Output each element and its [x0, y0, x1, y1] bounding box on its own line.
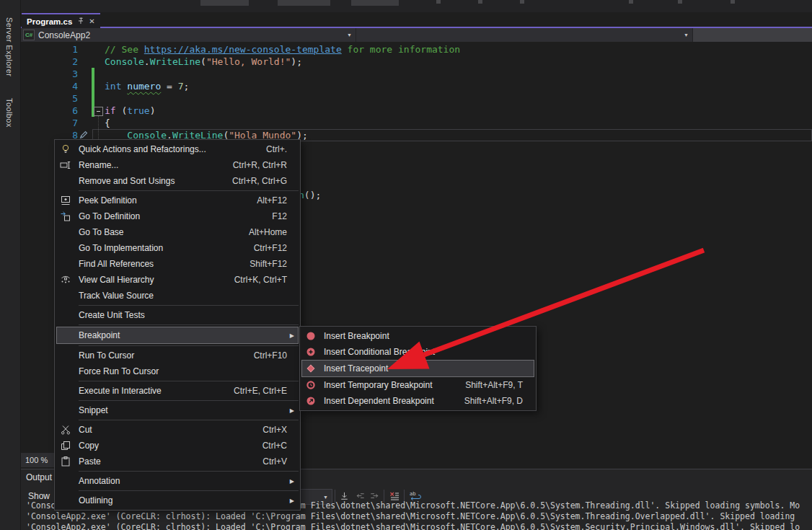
menu-item-outlining[interactable]: Outlining▶ [55, 493, 300, 508]
tab-program-cs[interactable]: Program.cs ✕ [22, 13, 100, 28]
menu-item-label: Find All References [79, 259, 241, 269]
menu-item-label: Create Unit Tests [79, 310, 278, 320]
menu-item-label: Paste [79, 456, 254, 467]
toolbar-remnant-tick [731, 0, 735, 4]
menu-item-insert-temporary-breakpoint[interactable]: Insert Temporary BreakpointShift+Alt+F9,… [300, 377, 536, 393]
menu-item-shortcut: Ctrl+E, Ctrl+E [234, 386, 287, 396]
menu-item-shortcut: Ctrl+R, Ctrl+G [232, 176, 287, 186]
close-icon[interactable]: ✕ [89, 18, 94, 25]
submenu-arrow-icon: ▶ [287, 332, 294, 339]
menu-item-insert-conditional-breakpoint[interactable]: Insert Conditional Breakpoint [300, 344, 536, 360]
menu-item-shortcut: Ctrl+X [262, 425, 287, 435]
menu-item-shortcut: Alt+F12 [257, 195, 287, 206]
menu-item-label: Cut [79, 425, 254, 435]
menu-item-execute-in-interactive[interactable]: Execute in InteractiveCtrl+E, Ctrl+E [55, 383, 300, 399]
line-number: 4 [20, 80, 78, 92]
toolbar-remnant-box [278, 0, 330, 6]
menu-item-label: Rename... [79, 160, 224, 170]
top-toolbar-remnant [0, 0, 812, 12]
collapse-region-icon[interactable] [94, 107, 103, 116]
type-dropdown[interactable]: ▼ [356, 28, 693, 42]
menu-item-insert-dependent-breakpoint[interactable]: Insert Dependent BreakpointShift+Alt+F9,… [300, 393, 536, 409]
line-number: 6 [20, 105, 78, 117]
sidebar-item-server-explorer[interactable]: Server Explorer [5, 17, 14, 76]
menu-item-shortcut: Shift+Alt+F9, T [465, 380, 523, 390]
menu-item-shortcut: Shift+F12 [250, 259, 287, 269]
code-line-6[interactable]: if (true) [105, 105, 155, 117]
menu-item-find-all-references[interactable]: Find All ReferencesShift+F12 [55, 256, 300, 272]
go-to-definition-icon [59, 211, 72, 222]
no-icon [59, 242, 72, 254]
menu-separator [79, 400, 299, 401]
menu-item-go-to-definition[interactable]: Go To DefinitionF12 [55, 208, 300, 224]
menu-item-label: Peek Definition [79, 195, 248, 206]
menu-item-remove-and-sort-usings[interactable]: Remove and Sort UsingsCtrl+R, Ctrl+G [55, 173, 300, 189]
pin-icon[interactable] [76, 17, 84, 26]
lightbulb-icon [59, 143, 72, 155]
breakpoint-icon [304, 330, 317, 342]
menu-item-shortcut: F12 [272, 211, 287, 221]
menu-item-shortcut: Ctrl+. [266, 144, 287, 154]
menu-item-annotation[interactable]: Annotation▶ [55, 473, 300, 489]
code-line-7[interactable]: { [105, 117, 110, 129]
menu-item-label: Track Value Source [79, 291, 278, 301]
menu-item-label: Insert Breakpoint [324, 331, 514, 341]
menu-item-peek-definition[interactable]: Peek DefinitionAlt+F12 [55, 193, 300, 208]
menu-item-snippet[interactable]: Snippet▶ [55, 402, 300, 418]
menu-item-insert-tracepoint[interactable]: Insert Tracepoint [301, 360, 534, 377]
menu-item-cut[interactable]: CutCtrl+X [55, 422, 300, 438]
toolbar-remnant-tick [478, 0, 482, 4]
submenu-arrow-icon: ▶ [287, 407, 294, 414]
project-dropdown[interactable]: C# ConsoleApp2 ▼ [20, 28, 356, 42]
no-icon [59, 385, 72, 397]
line-number: 2 [20, 56, 78, 68]
member-dropdown[interactable] [693, 28, 812, 42]
menu-item-run-to-cursor[interactable]: Run To CursorCtrl+F10 [55, 348, 300, 363]
output-panel-title: Output [26, 472, 52, 482]
sidebar-item-toolbox[interactable]: Toolbox [5, 98, 14, 128]
submenu-arrow-icon: ▶ [287, 478, 294, 485]
tab-title: Program.cs [27, 17, 72, 26]
call-hierarchy-icon [59, 274, 72, 286]
menu-item-label: Insert Dependent Breakpoint [324, 396, 456, 406]
menu-item-label: Insert Tracepoint [324, 363, 514, 374]
menu-item-label: Go To Implementation [79, 243, 245, 253]
no-icon [59, 290, 72, 301]
menu-item-track-value-source[interactable]: Track Value Source [55, 288, 300, 304]
chevron-down-icon: ▼ [684, 32, 689, 37]
menu-item-view-call-hierarchy[interactable]: View Call HierarchyCtrl+K, Ctrl+T [55, 272, 300, 288]
code-line-1[interactable]: // See https://aka.ms/new-console-templa… [105, 43, 460, 56]
menu-item-label: Force Run To Cursor [79, 366, 278, 376]
conditional-breakpoint-icon [304, 346, 317, 358]
toolbar-remnant-tick [678, 0, 682, 4]
menu-item-label: Insert Conditional Breakpoint [324, 347, 514, 357]
menu-item-label: View Call Hierarchy [79, 275, 226, 285]
output-line: 'ConsoleApp2.exe' (CoreCLR: clrhost): Lo… [26, 522, 812, 530]
editor-context-menu: Quick Actions and Refactorings...Ctrl+.R… [54, 139, 301, 511]
dependent-breakpoint-icon [304, 395, 317, 407]
menu-item-create-unit-tests[interactable]: Create Unit Tests [55, 307, 300, 323]
no-icon [59, 350, 72, 361]
menu-item-insert-breakpoint[interactable]: Insert Breakpoint [300, 328, 536, 344]
toolbar-remnant-box [351, 0, 399, 6]
side-tool-rail: Server Explorer Toolbox [0, 0, 21, 530]
line-number: 7 [20, 117, 78, 129]
menu-item-go-to-implementation[interactable]: Go To ImplementationCtrl+F12 [55, 240, 300, 256]
menu-separator [79, 381, 299, 381]
menu-item-rename[interactable]: Rename...Ctrl+R, Ctrl+R [55, 157, 300, 173]
code-line-2[interactable]: Console.WriteLine("Hello, World!"); [105, 56, 302, 68]
menu-item-paste[interactable]: PasteCtrl+V [55, 454, 300, 469]
menu-item-copy[interactable]: CopyCtrl+C [55, 438, 300, 454]
menu-item-quick-actions-and-refactorings[interactable]: Quick Actions and Refactorings...Ctrl+. [55, 141, 300, 157]
outlining-guide [98, 116, 99, 139]
chevron-down-icon: ▼ [323, 495, 328, 500]
code-line-4[interactable]: int numero = 7; [105, 80, 189, 92]
output-line: 'ConsoleApp2.exe' (CoreCLR: clrhost): Lo… [26, 511, 812, 522]
menu-separator [79, 190, 299, 191]
menu-item-go-to-base[interactable]: Go To BaseAlt+Home [55, 224, 300, 240]
menu-item-label: Quick Actions and Refactorings... [79, 144, 257, 154]
project-name: ConsoleApp2 [38, 30, 90, 40]
menu-item-force-run-to-cursor[interactable]: Force Run To Cursor [55, 363, 300, 379]
toolbar-remnant-box [200, 0, 249, 6]
menu-item-breakpoint[interactable]: Breakpoint▶ [56, 327, 299, 344]
